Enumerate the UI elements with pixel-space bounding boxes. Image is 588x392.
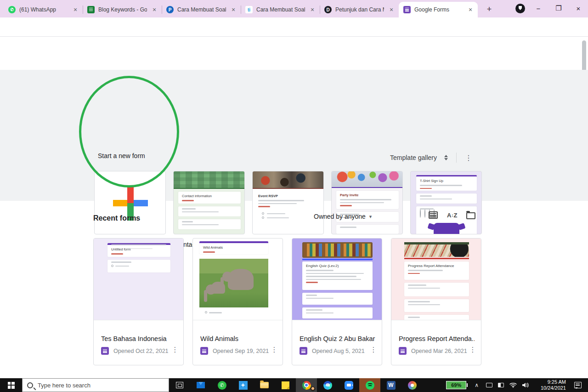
d-site-icon: D	[324, 6, 332, 13]
divider	[456, 153, 457, 163]
template-section-menu-icon[interactable]: ⋮	[465, 153, 472, 162]
window-maximize-button[interactable]: ❐	[548, 0, 569, 17]
word-app-button[interactable]: W	[380, 378, 401, 392]
template-thumb-header	[253, 171, 323, 189]
tab-close-icon[interactable]: ×	[151, 6, 158, 13]
tab-label: (61) WhatsApp	[19, 6, 68, 13]
form-thumbnail: Progress Report Attendance	[391, 239, 481, 320]
tab-whatsapp[interactable]: ✆ (61) WhatsApp ×	[4, 2, 83, 17]
thumb-title: T-Shirt Sign Up	[416, 176, 477, 183]
tab-label: Cara Membuat Soal di	[177, 6, 226, 13]
volume-tray-icon[interactable]	[522, 382, 529, 388]
thumb-title: Wild Animals	[199, 243, 268, 250]
card-menu-icon[interactable]: ⋮	[468, 346, 477, 354]
tab-close-icon[interactable]: ×	[230, 6, 237, 13]
dropdown-caret-icon: ▾	[369, 214, 372, 220]
template-rsvp[interactable]: Event RSVP	[252, 171, 324, 234]
form-title: English Quiz 2 Abu Bakar ...	[300, 335, 375, 342]
whatsapp-icon: ✆	[218, 381, 226, 390]
form-title: Tes Bahasa Indonesia	[101, 335, 177, 342]
forms-file-icon	[200, 347, 208, 355]
file-explorer-icon	[260, 382, 269, 388]
edge-app-button[interactable]	[317, 378, 338, 392]
action-center-icon[interactable]	[574, 382, 582, 388]
template-contact-information[interactable]: Contact information	[173, 171, 245, 234]
whatsapp-app-button[interactable]: ✆	[211, 378, 232, 392]
tray-expand-icon[interactable]: ∧	[475, 382, 479, 388]
tab-label: Petunjuk dan Cara Me	[335, 6, 384, 13]
tab-cara-membuat-soal-o[interactable]: ti Cara Membuat Soal O ×	[241, 2, 320, 17]
wifi-tray-icon[interactable]	[509, 382, 517, 388]
recent-form-card[interactable]: Progress Report Attendance Progress Repo…	[391, 238, 481, 365]
spotify-app-button[interactable]	[359, 378, 380, 392]
file-explorer-button[interactable]	[254, 378, 275, 392]
tab-label: Blog Keywords - Goog	[98, 6, 147, 13]
google-forms-icon	[403, 6, 411, 13]
tab-close-icon[interactable]: ×	[72, 6, 79, 13]
sticky-notes-button[interactable]	[275, 378, 296, 392]
form-thumbnail: Wild Animals	[193, 239, 283, 320]
mail-app-button[interactable]	[190, 378, 211, 392]
tab-label: Google Forms	[414, 6, 463, 13]
tshirt-graphic	[434, 223, 459, 234]
template-party-invite[interactable]: Party Invite	[331, 171, 403, 234]
ti-site-icon: ti	[245, 6, 253, 13]
window-close-button[interactable]: ×	[569, 0, 588, 17]
template-blank[interactable]	[94, 171, 166, 234]
whatsapp-icon: ✆	[8, 6, 16, 13]
search-icon	[27, 382, 33, 388]
chrome-profile-badge	[311, 386, 315, 391]
open-file-picker-folder-icon[interactable]	[466, 212, 475, 219]
tab-close-icon[interactable]: ×	[309, 6, 316, 13]
browser-tab-bar: ✆ (61) WhatsApp × Blog Keywords - Goog ×…	[0, 0, 588, 17]
template-gallery-control[interactable]: Template gallery ⋮	[390, 153, 472, 163]
thumb-title: English Quiz (Lev.2)	[302, 261, 373, 268]
card-menu-icon[interactable]: ⋮	[369, 346, 378, 354]
owned-by-filter[interactable]: Owned by anyone ▾	[314, 213, 372, 220]
thumb-title: Party Invite	[336, 191, 399, 197]
taskbar-clock[interactable]: 9:25 AM 10/24/2021	[537, 379, 566, 391]
sticky-notes-icon	[282, 381, 289, 389]
forms-file-icon	[101, 347, 109, 355]
display-tray-icon[interactable]	[486, 383, 492, 387]
books-header-image	[302, 242, 373, 258]
task-view-button[interactable]	[169, 378, 190, 392]
battery-indicator[interactable]: 69%	[446, 381, 466, 389]
sort-az-icon[interactable]: A↕Z	[447, 212, 457, 219]
template-gallery-expand-icon	[444, 155, 448, 160]
tab-cara-membuat-soal-di[interactable]: P Cara Membuat Soal di ×	[162, 2, 241, 17]
form-thumbnail: English Quiz (Lev.2)	[292, 239, 382, 320]
tab-close-icon[interactable]: ×	[388, 6, 395, 13]
recent-form-card[interactable]: Untitled form Tes Bahasa Indonesia Opene…	[93, 238, 184, 365]
chrome-app-button[interactable]	[296, 378, 317, 392]
tab-close-icon[interactable]: ×	[467, 6, 474, 13]
start-button[interactable]	[0, 378, 22, 392]
tab-google-forms-active[interactable]: Google Forms ×	[399, 2, 478, 17]
tab-petunjuk[interactable]: D Petunjuk dan Cara Me ×	[320, 2, 399, 17]
form-title: Wild Animals	[200, 335, 276, 342]
card-menu-icon[interactable]: ⋮	[170, 346, 180, 354]
pinned-extension-icon[interactable]	[515, 4, 525, 13]
list-view-icon[interactable]	[429, 211, 438, 219]
windows-taskbar: Type here to search ✆ W 69% ∧ 9:25 AM 10…	[0, 378, 588, 392]
new-tab-button[interactable]: +	[483, 4, 495, 16]
start-new-form-label: Start a new form	[98, 152, 145, 159]
thumb-title: Contact information	[178, 192, 241, 198]
taskbar-search-placeholder: Type here to search	[38, 382, 90, 389]
tablet-mode-tray-icon[interactable]	[498, 383, 504, 387]
template-thumb-header	[332, 171, 402, 188]
taskbar-search-input[interactable]: Type here to search	[22, 378, 169, 392]
tab-blog-keywords[interactable]: Blog Keywords - Goog ×	[83, 2, 162, 17]
tab-label: Cara Membuat Soal O	[256, 6, 305, 13]
window-minimize-button[interactable]: −	[528, 0, 548, 17]
photos-app-button[interactable]	[232, 378, 254, 392]
paint-app-button[interactable]	[401, 378, 423, 392]
forms-app-header: Forms Search	[0, 37, 588, 70]
template-tshirt-signup[interactable]: T-Shirt Sign Up	[410, 171, 482, 234]
zoom-app-button[interactable]	[338, 378, 359, 392]
recent-form-card[interactable]: English Quiz (Lev.2) English Quiz 2 Abu …	[292, 238, 382, 365]
card-menu-icon[interactable]: ⋮	[270, 346, 279, 354]
template-thumb-header	[174, 171, 244, 189]
recent-form-card[interactable]: Wild Animals Wild Animals Opened Sep 19,…	[192, 238, 283, 365]
opened-date: Opened Sep 19, 2021	[213, 348, 269, 354]
